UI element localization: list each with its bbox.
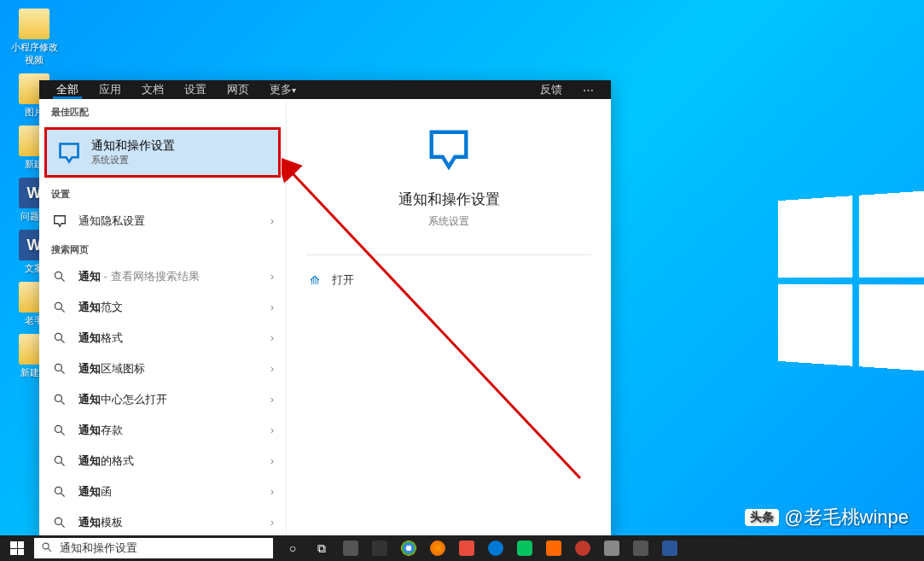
- tab-settings[interactable]: 设置: [174, 80, 217, 99]
- open-icon: ⟰: [310, 273, 320, 287]
- taskbar-app[interactable]: [336, 535, 365, 561]
- svg-line-15: [61, 494, 65, 497]
- tab-docs[interactable]: 文档: [131, 80, 174, 99]
- taskbar-app[interactable]: [365, 535, 394, 561]
- row-label: 通知隐私设置: [78, 213, 270, 229]
- taskbar-app[interactable]: [452, 535, 481, 561]
- row-label: 通知区域图标: [78, 361, 270, 377]
- svg-line-17: [61, 524, 65, 528]
- web-row[interactable]: 通知中心怎么打开›: [39, 384, 286, 415]
- web-row[interactable]: 通知的格式›: [39, 446, 286, 476]
- svg-line-1: [61, 278, 65, 282]
- taskbar-app-word[interactable]: [655, 535, 684, 561]
- taskbar-app[interactable]: [597, 535, 626, 561]
- search-icon: [51, 422, 68, 439]
- svg-line-9: [61, 401, 65, 405]
- preview-subtitle: 系统设置: [428, 214, 469, 229]
- chevron-right-icon: ›: [270, 455, 274, 467]
- svg-line-5: [61, 340, 65, 343]
- notification-icon: [51, 213, 68, 230]
- search-results-panel: 全部 应用 文档 设置 网页 更多 反馈 ⋯ 最佳匹配 通知和操作设置 系统设置…: [39, 80, 611, 538]
- svg-point-14: [55, 487, 61, 494]
- web-row[interactable]: 通知格式›: [39, 323, 286, 354]
- settings-row[interactable]: 通知隐私设置 ›: [39, 206, 286, 237]
- svg-line-11: [61, 432, 65, 435]
- chevron-right-icon: ›: [270, 424, 274, 436]
- result-preview: 通知和操作设置 系统设置 ⟰ 打开: [287, 99, 611, 538]
- cortana-icon[interactable]: ○: [278, 535, 307, 561]
- svg-line-13: [61, 463, 65, 466]
- chevron-right-icon: ›: [270, 301, 274, 313]
- taskbar-app-chrome[interactable]: [394, 535, 423, 561]
- tab-apps[interactable]: 应用: [89, 80, 131, 99]
- chevron-right-icon: ›: [270, 394, 274, 406]
- taskbar-app-firefox[interactable]: [423, 535, 452, 561]
- chevron-right-icon: ›: [270, 215, 274, 227]
- web-row[interactable]: 通知范文›: [39, 292, 286, 323]
- watermark-text: @老毛桃winpe: [784, 505, 909, 530]
- search-icon: [51, 299, 68, 316]
- tab-web[interactable]: 网页: [217, 80, 259, 99]
- web-row[interactable]: 通知 - 查看网络搜索结果›: [39, 261, 286, 292]
- best-match-header: 最佳匹配: [39, 99, 286, 124]
- chevron-right-icon: ›: [270, 363, 274, 375]
- watermark: 头条 @老毛桃winpe: [745, 505, 909, 530]
- taskbar-app[interactable]: [626, 535, 655, 561]
- row-label: 通知模板: [78, 515, 270, 530]
- chevron-right-icon: ›: [270, 332, 274, 344]
- settings-header: 设置: [39, 181, 286, 206]
- svg-line-3: [61, 309, 65, 313]
- taskbar-app[interactable]: [539, 535, 568, 561]
- notification-icon: [424, 125, 474, 174]
- taskbar-app-wechat[interactable]: [510, 535, 539, 561]
- open-action[interactable]: ⟰ 打开: [306, 267, 591, 293]
- svg-point-6: [55, 364, 61, 371]
- taskbar-app-edge[interactable]: [481, 535, 510, 561]
- svg-point-16: [55, 517, 61, 524]
- svg-point-19: [43, 543, 49, 549]
- open-label: 打开: [332, 272, 354, 288]
- search-icon: [51, 330, 68, 347]
- svg-line-20: [48, 548, 51, 552]
- task-view-icon[interactable]: ⧉: [307, 535, 336, 561]
- more-options-icon[interactable]: ⋯: [572, 80, 604, 99]
- row-label: 通知格式: [78, 330, 270, 346]
- windows-logo: [778, 190, 924, 372]
- feedback-link[interactable]: 反馈: [530, 80, 572, 99]
- search-input[interactable]: 通知和操作设置: [34, 538, 273, 558]
- web-header: 搜索网页: [39, 237, 286, 261]
- search-icon: [51, 514, 68, 531]
- watermark-badge: 头条: [745, 509, 779, 526]
- icon-label: 小程序修改视频: [9, 41, 60, 67]
- svg-line-7: [61, 371, 65, 374]
- svg-point-10: [55, 425, 61, 432]
- search-icon: [51, 268, 68, 285]
- search-icon: [51, 391, 68, 408]
- desktop-icon[interactable]: 小程序修改视频: [9, 9, 60, 67]
- divider: [306, 254, 591, 255]
- start-button[interactable]: [0, 535, 34, 561]
- search-icon: [51, 483, 68, 500]
- web-row[interactable]: 通知区域图标›: [39, 354, 286, 384]
- search-icon: [41, 541, 53, 556]
- web-row[interactable]: 通知模板›: [39, 507, 286, 538]
- results-list: 最佳匹配 通知和操作设置 系统设置 设置 通知隐私设置 › 搜索网页 通知 - …: [39, 99, 287, 538]
- svg-point-12: [55, 456, 61, 463]
- notification-icon: [57, 141, 81, 165]
- chevron-right-icon: ›: [270, 271, 274, 283]
- web-row[interactable]: 通知函›: [39, 476, 286, 507]
- svg-point-2: [55, 302, 61, 309]
- taskbar-app[interactable]: [568, 535, 597, 561]
- best-match-item[interactable]: 通知和操作设置 系统设置: [44, 127, 281, 178]
- web-row[interactable]: 通知存款›: [39, 415, 286, 446]
- svg-point-4: [55, 333, 61, 340]
- windows-icon: [10, 541, 24, 555]
- tab-all[interactable]: 全部: [46, 80, 89, 99]
- preview-title: 通知和操作设置: [398, 190, 500, 209]
- search-value: 通知和操作设置: [60, 541, 137, 556]
- row-label: 通知范文: [78, 300, 270, 315]
- tab-more[interactable]: 更多: [259, 80, 306, 99]
- folder-icon: [19, 9, 49, 39]
- row-label: 通知存款: [78, 423, 270, 438]
- search-tabs: 全部 应用 文档 设置 网页 更多 反馈 ⋯: [39, 80, 611, 99]
